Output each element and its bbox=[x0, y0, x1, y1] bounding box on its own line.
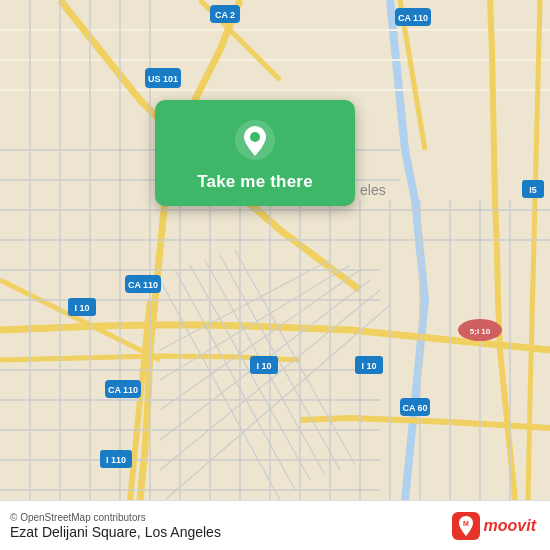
svg-text:I5: I5 bbox=[529, 185, 537, 195]
svg-text:CA 110: CA 110 bbox=[398, 13, 428, 23]
svg-text:US 101: US 101 bbox=[148, 74, 178, 84]
take-me-there-button[interactable]: Take me there bbox=[197, 172, 313, 192]
svg-text:eles: eles bbox=[360, 182, 386, 198]
osm-credit: © OpenStreetMap contributors bbox=[10, 512, 221, 523]
bottom-bar: © OpenStreetMap contributors Ezat Delija… bbox=[0, 500, 550, 550]
moovit-brand-icon: M bbox=[452, 512, 480, 540]
svg-text:I 10: I 10 bbox=[74, 303, 89, 313]
moovit-brand-text: moovit bbox=[484, 517, 536, 535]
svg-text:I 10: I 10 bbox=[361, 361, 376, 371]
svg-text:I 110: I 110 bbox=[106, 455, 126, 465]
svg-text:CA 60: CA 60 bbox=[402, 403, 427, 413]
location-card: Take me there bbox=[155, 100, 355, 206]
svg-text:CA 110: CA 110 bbox=[128, 280, 158, 290]
pin-icon bbox=[233, 118, 277, 162]
svg-text:5;I 10: 5;I 10 bbox=[470, 327, 491, 336]
svg-text:I 10: I 10 bbox=[256, 361, 271, 371]
location-label: Ezat Delijani Square, Los Angeles bbox=[10, 524, 221, 540]
svg-text:M: M bbox=[463, 520, 469, 527]
bottom-left-info: © OpenStreetMap contributors Ezat Delija… bbox=[10, 512, 221, 540]
svg-text:CA 110: CA 110 bbox=[108, 385, 138, 395]
moovit-logo: M moovit bbox=[452, 512, 536, 540]
map-container: US 101 CA 2 CA 110 CA 110 CA 110 I 10 I … bbox=[0, 0, 550, 500]
svg-text:CA 2: CA 2 bbox=[215, 10, 235, 20]
svg-point-73 bbox=[250, 132, 260, 142]
map-svg: US 101 CA 2 CA 110 CA 110 CA 110 I 10 I … bbox=[0, 0, 550, 500]
